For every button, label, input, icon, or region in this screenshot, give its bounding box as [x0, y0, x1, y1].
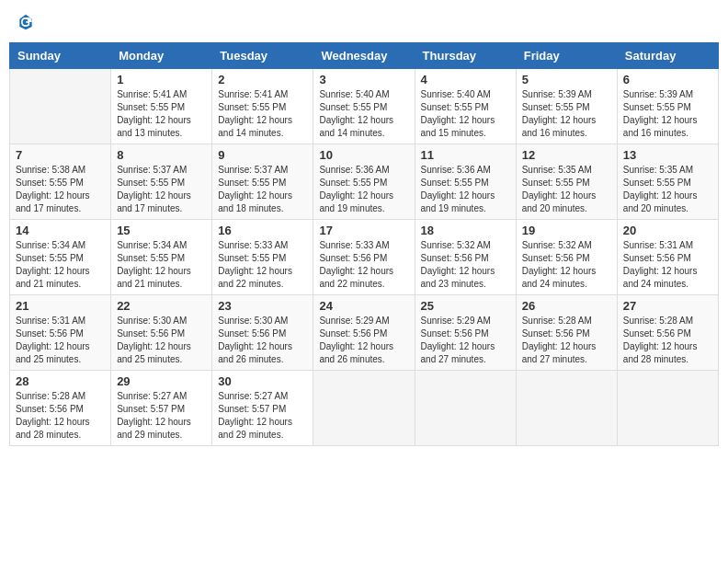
day-info: Sunrise: 5:31 AMSunset: 5:56 PMDaylight:…	[16, 315, 105, 366]
day-number: 13	[623, 148, 712, 162]
day-number: 8	[117, 148, 206, 162]
day-info: Sunrise: 5:29 AMSunset: 5:56 PMDaylight:…	[421, 315, 510, 366]
calendar-day-cell: 6Sunrise: 5:39 AMSunset: 5:55 PMDaylight…	[617, 69, 718, 144]
day-info: Sunrise: 5:39 AMSunset: 5:55 PMDaylight:…	[522, 88, 611, 140]
calendar-day-cell: 12Sunrise: 5:35 AMSunset: 5:55 PMDayligh…	[516, 144, 617, 220]
calendar-day-cell	[415, 371, 516, 446]
calendar-day-cell: 30Sunrise: 5:27 AMSunset: 5:57 PMDayligh…	[212, 371, 313, 446]
day-info: Sunrise: 5:28 AMSunset: 5:56 PMDaylight:…	[623, 315, 712, 366]
calendar-day-header: Thursday	[415, 43, 516, 69]
calendar-day-cell: 2Sunrise: 5:41 AMSunset: 5:55 PMDaylight…	[212, 69, 313, 144]
day-number: 25	[421, 299, 510, 313]
day-number: 23	[218, 299, 307, 313]
day-info: Sunrise: 5:33 AMSunset: 5:56 PMDaylight:…	[319, 239, 408, 291]
day-info: Sunrise: 5:41 AMSunset: 5:55 PMDaylight:…	[117, 88, 206, 140]
calendar-day-cell: 5Sunrise: 5:39 AMSunset: 5:55 PMDaylight…	[516, 69, 617, 144]
day-info: Sunrise: 5:29 AMSunset: 5:56 PMDaylight:…	[319, 315, 408, 366]
calendar-day-header: Friday	[516, 43, 617, 69]
day-info: Sunrise: 5:31 AMSunset: 5:56 PMDaylight:…	[623, 239, 712, 291]
calendar-day-cell: 17Sunrise: 5:33 AMSunset: 5:56 PMDayligh…	[313, 220, 415, 295]
day-number: 5	[522, 73, 611, 86]
calendar-day-cell: 10Sunrise: 5:36 AMSunset: 5:55 PMDayligh…	[313, 144, 415, 220]
calendar-day-cell: 9Sunrise: 5:37 AMSunset: 5:55 PMDaylight…	[212, 144, 313, 220]
calendar-day-cell: 24Sunrise: 5:29 AMSunset: 5:56 PMDayligh…	[313, 295, 415, 371]
day-info: Sunrise: 5:37 AMSunset: 5:55 PMDaylight:…	[117, 164, 206, 215]
calendar-day-cell	[313, 371, 415, 446]
day-number: 9	[218, 148, 307, 162]
day-number: 19	[522, 224, 611, 237]
calendar-day-header: Saturday	[617, 43, 718, 69]
day-info: Sunrise: 5:35 AMSunset: 5:55 PMDaylight:…	[623, 164, 712, 215]
day-info: Sunrise: 5:38 AMSunset: 5:55 PMDaylight:…	[16, 164, 105, 215]
day-number: 15	[117, 224, 206, 237]
day-info: Sunrise: 5:36 AMSunset: 5:55 PMDaylight:…	[421, 164, 510, 215]
day-number: 2	[218, 73, 307, 86]
calendar-day-cell	[617, 371, 718, 446]
day-number: 4	[421, 73, 510, 86]
day-number: 11	[421, 148, 510, 162]
calendar-day-header: Tuesday	[212, 43, 313, 69]
day-number: 3	[319, 73, 408, 86]
day-number: 14	[16, 224, 105, 237]
day-info: Sunrise: 5:28 AMSunset: 5:56 PMDaylight:…	[522, 315, 611, 366]
day-number: 10	[319, 148, 408, 162]
day-info: Sunrise: 5:30 AMSunset: 5:56 PMDaylight:…	[117, 315, 206, 366]
calendar-day-cell: 19Sunrise: 5:32 AMSunset: 5:56 PMDayligh…	[516, 220, 617, 295]
day-number: 1	[117, 73, 206, 86]
day-info: Sunrise: 5:27 AMSunset: 5:57 PMDaylight:…	[218, 390, 307, 442]
calendar-day-cell: 1Sunrise: 5:41 AMSunset: 5:55 PMDaylight…	[111, 69, 212, 144]
calendar-week-row: 1Sunrise: 5:41 AMSunset: 5:55 PMDaylight…	[10, 69, 719, 144]
day-number: 7	[16, 148, 105, 162]
day-info: Sunrise: 5:35 AMSunset: 5:55 PMDaylight:…	[522, 164, 611, 215]
calendar-day-cell: 11Sunrise: 5:36 AMSunset: 5:55 PMDayligh…	[415, 144, 516, 220]
day-info: Sunrise: 5:33 AMSunset: 5:55 PMDaylight:…	[218, 239, 307, 291]
day-info: Sunrise: 5:39 AMSunset: 5:55 PMDaylight:…	[623, 88, 712, 140]
day-number: 20	[623, 224, 712, 237]
calendar-day-header: Sunday	[10, 43, 111, 69]
calendar-week-row: 14Sunrise: 5:34 AMSunset: 5:55 PMDayligh…	[10, 220, 719, 295]
calendar-day-cell: 3Sunrise: 5:40 AMSunset: 5:55 PMDaylight…	[313, 69, 415, 144]
day-info: Sunrise: 5:32 AMSunset: 5:56 PMDaylight:…	[522, 239, 611, 291]
day-number: 26	[522, 299, 611, 313]
day-number: 17	[319, 224, 408, 237]
day-info: Sunrise: 5:36 AMSunset: 5:55 PMDaylight:…	[319, 164, 408, 215]
day-info: Sunrise: 5:32 AMSunset: 5:56 PMDaylight:…	[421, 239, 510, 291]
day-number: 12	[522, 148, 611, 162]
day-number: 18	[421, 224, 510, 237]
calendar-day-header: Monday	[111, 43, 212, 69]
day-info: Sunrise: 5:30 AMSunset: 5:56 PMDaylight:…	[218, 315, 307, 366]
logo	[15, 13, 35, 31]
calendar-day-cell: 25Sunrise: 5:29 AMSunset: 5:56 PMDayligh…	[415, 295, 516, 371]
day-info: Sunrise: 5:41 AMSunset: 5:55 PMDaylight:…	[218, 88, 307, 140]
day-info: Sunrise: 5:34 AMSunset: 5:55 PMDaylight:…	[117, 239, 206, 291]
calendar-day-cell: 13Sunrise: 5:35 AMSunset: 5:55 PMDayligh…	[617, 144, 718, 220]
calendar-day-cell: 7Sunrise: 5:38 AMSunset: 5:55 PMDaylight…	[10, 144, 111, 220]
day-info: Sunrise: 5:34 AMSunset: 5:55 PMDaylight:…	[16, 239, 105, 291]
calendar-week-row: 28Sunrise: 5:28 AMSunset: 5:56 PMDayligh…	[10, 371, 719, 446]
calendar-day-cell: 8Sunrise: 5:37 AMSunset: 5:55 PMDaylight…	[111, 144, 212, 220]
day-number: 21	[16, 299, 105, 313]
calendar-table: SundayMondayTuesdayWednesdayThursdayFrid…	[9, 42, 719, 446]
day-info: Sunrise: 5:40 AMSunset: 5:55 PMDaylight:…	[421, 88, 510, 140]
calendar-header-row: SundayMondayTuesdayWednesdayThursdayFrid…	[10, 43, 719, 69]
day-info: Sunrise: 5:37 AMSunset: 5:55 PMDaylight:…	[218, 164, 307, 215]
calendar-day-cell: 29Sunrise: 5:27 AMSunset: 5:57 PMDayligh…	[111, 371, 212, 446]
day-info: Sunrise: 5:27 AMSunset: 5:57 PMDaylight:…	[117, 390, 206, 442]
calendar-week-row: 21Sunrise: 5:31 AMSunset: 5:56 PMDayligh…	[10, 295, 719, 371]
day-number: 16	[218, 224, 307, 237]
day-info: Sunrise: 5:40 AMSunset: 5:55 PMDaylight:…	[319, 88, 408, 140]
day-number: 22	[117, 299, 206, 313]
day-info: Sunrise: 5:28 AMSunset: 5:56 PMDaylight:…	[16, 390, 105, 442]
calendar-day-cell: 22Sunrise: 5:30 AMSunset: 5:56 PMDayligh…	[111, 295, 212, 371]
day-number: 6	[623, 73, 712, 86]
calendar-day-cell: 28Sunrise: 5:28 AMSunset: 5:56 PMDayligh…	[10, 371, 111, 446]
calendar-day-cell: 4Sunrise: 5:40 AMSunset: 5:55 PMDaylight…	[415, 69, 516, 144]
calendar-day-cell	[10, 69, 111, 144]
day-number: 29	[117, 374, 206, 388]
calendar-day-cell: 18Sunrise: 5:32 AMSunset: 5:56 PMDayligh…	[415, 220, 516, 295]
calendar-day-cell: 14Sunrise: 5:34 AMSunset: 5:55 PMDayligh…	[10, 220, 111, 295]
calendar-day-cell: 16Sunrise: 5:33 AMSunset: 5:55 PMDayligh…	[212, 220, 313, 295]
day-number: 28	[16, 374, 105, 388]
page-header	[9, 9, 719, 35]
calendar-day-cell: 27Sunrise: 5:28 AMSunset: 5:56 PMDayligh…	[617, 295, 718, 371]
